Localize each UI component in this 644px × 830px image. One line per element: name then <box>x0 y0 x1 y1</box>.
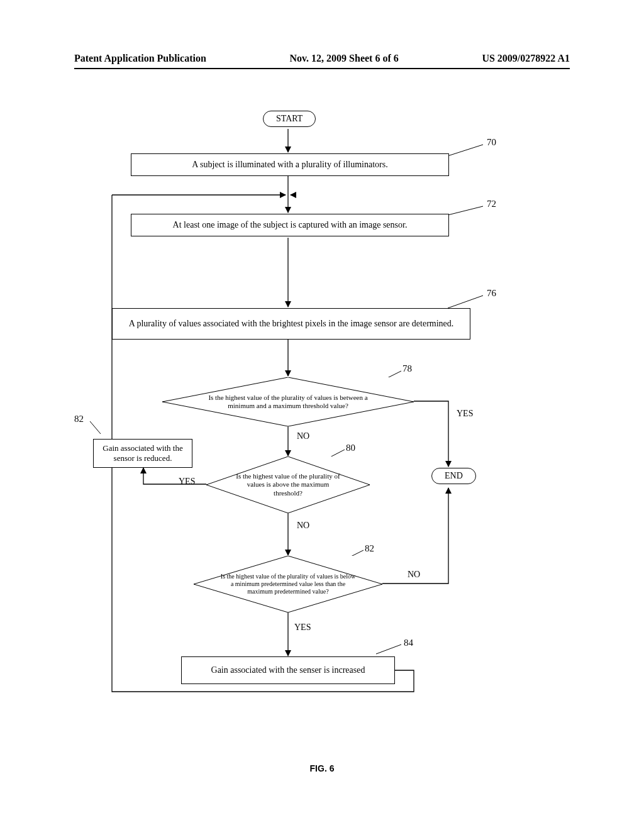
svg-line-15 <box>90 421 101 434</box>
ref-78: 78 <box>402 363 412 374</box>
header-row: Patent Application Publication Nov. 12, … <box>74 53 570 64</box>
decision-82-text: Is the highest value of the plurality of… <box>194 556 382 612</box>
svg-line-6 <box>448 296 483 308</box>
start-label: START <box>276 114 303 123</box>
header-mid: Nov. 12, 2009 Sheet 6 of 6 <box>289 53 398 64</box>
decision-78: Is the highest value of the plurality of… <box>162 377 414 426</box>
process-70: A subject is illuminated with a pluralit… <box>131 153 449 176</box>
reduce-gain-text: Gain associated with the sensor is reduc… <box>97 443 188 463</box>
decision-82: Is the highest value of the plurality of… <box>194 556 382 612</box>
header-rule <box>74 68 570 69</box>
decision-80-text: Is the highest value of the plurality of… <box>206 456 370 513</box>
ref-70: 70 <box>487 137 496 148</box>
end-label: END <box>445 471 463 480</box>
start-terminator: START <box>263 111 316 127</box>
yes-label-80: YES <box>179 477 195 487</box>
flowchart-diagram: START A subject is illuminated with a pl… <box>74 107 570 755</box>
yes-label-78: YES <box>457 409 473 419</box>
yes-label-82: YES <box>294 622 311 633</box>
ref-72: 72 <box>487 199 496 209</box>
process-76: A plurality of values associated with th… <box>112 308 470 340</box>
ref-76: 76 <box>487 288 496 299</box>
header-left: Patent Application Publication <box>74 53 206 64</box>
no-label-82: NO <box>408 570 420 580</box>
end-terminator: END <box>431 468 476 484</box>
page: Patent Application Publication Nov. 12, … <box>0 0 644 830</box>
process-76-text: A plurality of values associated with th… <box>129 319 454 329</box>
increase-gain-text: Gain associated with the senser is incre… <box>211 665 365 675</box>
ref-82a: 82 <box>74 414 84 424</box>
no-label-80: NO <box>297 521 309 531</box>
header-right: US 2009/0278922 A1 <box>482 53 570 64</box>
svg-line-4 <box>448 206 483 215</box>
decision-80: Is the highest value of the plurality of… <box>206 456 370 513</box>
ref-82b: 82 <box>365 543 374 554</box>
process-70-text: A subject is illuminated with a pluralit… <box>192 160 387 170</box>
process-72-text: At least one image of the subject is cap… <box>173 220 408 230</box>
svg-line-1 <box>448 145 483 156</box>
figure-caption: FIG. 6 <box>0 763 644 773</box>
process-72: At least one image of the subject is cap… <box>131 214 449 236</box>
no-label-78: NO <box>297 431 309 441</box>
ref-80: 80 <box>346 443 355 453</box>
process-reduce-gain: Gain associated with the sensor is reduc… <box>93 439 192 468</box>
ref-84: 84 <box>404 638 413 648</box>
decision-78-text: Is the highest value of the plurality of… <box>162 377 414 426</box>
svg-line-14 <box>376 645 401 654</box>
process-increase-gain: Gain associated with the senser is incre… <box>181 656 395 684</box>
